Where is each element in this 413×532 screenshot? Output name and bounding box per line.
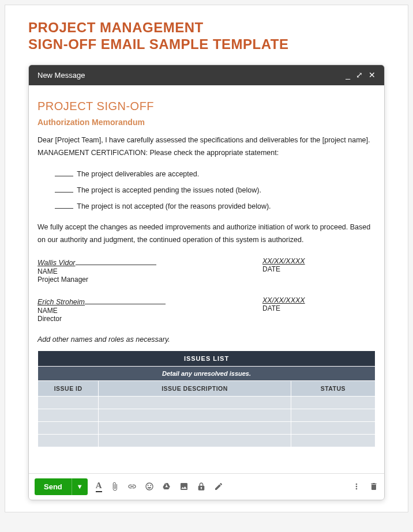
sign-date: XX/XX/XXXX bbox=[262, 296, 376, 304]
email-titlebar: New Message _ ⤢ ✕ bbox=[29, 65, 384, 85]
window-controls: _ ⤢ ✕ bbox=[346, 71, 376, 79]
close-icon[interactable]: ✕ bbox=[369, 71, 376, 79]
additional-signers-note: Add other names and roles as necessary. bbox=[37, 335, 376, 344]
attachment-icon[interactable] bbox=[110, 482, 119, 491]
certification-options: The project deliverables are accepted. T… bbox=[55, 170, 376, 210]
send-button[interactable]: Send bbox=[35, 478, 72, 495]
table-subtitle: Detail any unresolved issues. bbox=[38, 366, 376, 380]
compose-toolbar: Send ▼ A bbox=[29, 473, 384, 500]
expand-icon[interactable]: ⤢ bbox=[356, 71, 363, 79]
document-title: PROJECT MANAGEMENT SIGN-OFF EMAIL SAMPLE… bbox=[28, 20, 385, 53]
section-title: PROJECT SIGN-OFF bbox=[37, 100, 376, 113]
link-icon[interactable] bbox=[127, 482, 137, 491]
table-title: ISSUES LIST bbox=[38, 350, 376, 366]
table-row bbox=[38, 409, 376, 421]
intro-paragraph: Dear [Project Team], I have carefully as… bbox=[37, 134, 376, 160]
issues-table: ISSUES LIST Detail any unresolved issues… bbox=[37, 350, 376, 447]
signer-role: Director bbox=[37, 315, 262, 323]
delete-icon[interactable] bbox=[369, 482, 378, 491]
emoji-icon[interactable] bbox=[145, 482, 154, 491]
col-issue-id: ISSUE ID bbox=[38, 380, 99, 396]
table-row bbox=[38, 396, 376, 409]
more-options-icon[interactable] bbox=[352, 482, 361, 491]
image-icon[interactable] bbox=[179, 482, 189, 491]
option-not-accepted: The project is not accepted (for the rea… bbox=[55, 202, 376, 210]
email-body: PROJECT SIGN-OFF Authorization Memorandu… bbox=[29, 85, 384, 453]
name-label: NAME bbox=[37, 307, 262, 315]
signer-role: Project Manager bbox=[37, 276, 262, 284]
pen-icon[interactable] bbox=[214, 482, 223, 491]
email-window-title: New Message bbox=[37, 71, 85, 80]
format-icon[interactable]: A bbox=[96, 481, 102, 492]
page-container: PROJECT MANAGEMENT SIGN-OFF EMAIL SAMPLE… bbox=[5, 5, 408, 512]
option-accepted: The project deliverables are accepted. bbox=[55, 170, 376, 178]
confidential-icon[interactable] bbox=[197, 482, 206, 491]
signer-name: Wallis Vidor bbox=[37, 259, 76, 267]
acceptance-paragraph: We fully accept the changes as needed im… bbox=[37, 221, 376, 247]
send-button-group: Send ▼ bbox=[35, 478, 88, 495]
signature-block-2: Erich Stroheim NAME Director XX/XX/XXXX … bbox=[37, 296, 376, 323]
signer-name: Erich Stroheim bbox=[37, 298, 85, 306]
drive-icon[interactable] bbox=[162, 482, 171, 491]
send-options-dropdown[interactable]: ▼ bbox=[72, 478, 88, 495]
date-label: DATE bbox=[262, 265, 376, 273]
col-status: STATUS bbox=[291, 380, 375, 396]
sign-date: XX/XX/XXXX bbox=[262, 257, 376, 265]
minimize-icon[interactable]: _ bbox=[346, 71, 350, 79]
subsection-title: Authorization Memorandum bbox=[37, 118, 376, 127]
col-issue-desc: ISSUE DESCRIPTION bbox=[99, 380, 291, 396]
table-row bbox=[38, 434, 376, 447]
signature-block-1: Wallis Vidor NAME Project Manager XX/XX/… bbox=[37, 257, 376, 284]
name-label: NAME bbox=[37, 267, 262, 276]
option-pending: The project is accepted pending the issu… bbox=[55, 186, 376, 194]
email-window: New Message _ ⤢ ✕ PROJECT SIGN-OFF Autho… bbox=[28, 65, 385, 500]
table-row bbox=[38, 421, 376, 434]
date-label: DATE bbox=[262, 304, 376, 312]
